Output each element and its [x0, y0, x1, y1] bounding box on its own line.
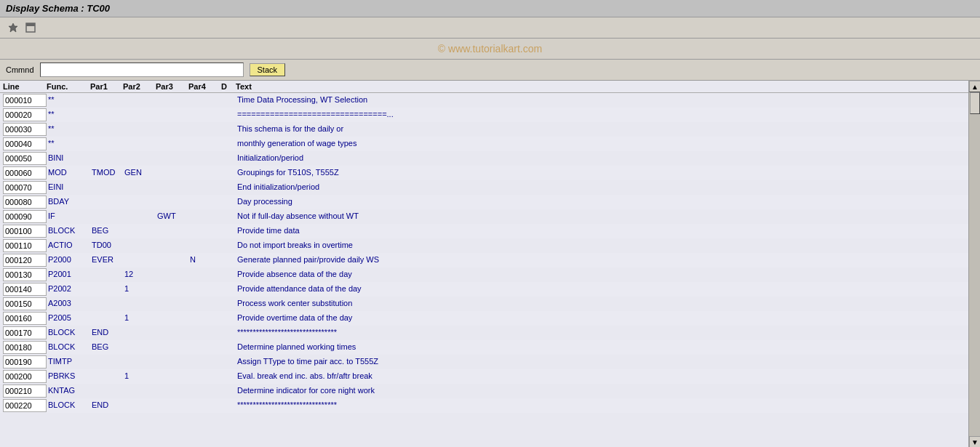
watermark-text: © www.tutorialkart.com [438, 43, 542, 55]
scroll-up-button[interactable]: ▲ [969, 81, 980, 92]
cell-par3 [156, 370, 188, 383]
cell-func: ** [47, 94, 90, 107]
cell-line: 000090 [3, 210, 47, 223]
cell-par1: END [90, 399, 123, 412]
svg-marker-0 [9, 23, 17, 32]
cell-func: BLOCK [47, 225, 90, 238]
cell-d [221, 166, 236, 180]
table-row[interactable]: 000160 P2005 1 Provide overtime data of … [0, 311, 968, 326]
cell-par1 [90, 384, 123, 398]
header-par3: Par3 [156, 82, 188, 91]
cell-text: End initialization/period [236, 181, 965, 194]
cell-func: ** [47, 108, 90, 121]
cell-text: monthly generation of wage types [236, 137, 965, 150]
table-row[interactable]: 000200 PBRKS 1 Eval. break end inc. abs.… [0, 369, 968, 384]
cell-d [221, 399, 236, 412]
cell-d [221, 123, 236, 136]
scrollbar-track[interactable] [969, 92, 980, 436]
table-row[interactable]: 000090 IF GWT Not if full-day absence wi… [0, 209, 968, 224]
scroll-down-button[interactable]: ▼ [969, 436, 980, 447]
window-icon[interactable] [23, 20, 38, 35]
cell-par1 [90, 181, 123, 194]
cell-d [221, 239, 236, 252]
table-row[interactable]: 000140 P2002 1 Provide attendance data o… [0, 282, 968, 297]
cell-par2 [123, 384, 156, 398]
cell-par2 [123, 181, 156, 194]
cell-par4 [188, 384, 221, 398]
table-row[interactable]: 000180 BLOCK BEG Determine planned worki… [0, 340, 968, 355]
main-content: Line Func. Par1 Par2 Par3 Par4 D Text 00… [0, 81, 980, 447]
cell-text: Initialization/period [236, 152, 965, 165]
table-row[interactable]: 000110 ACTIO TD00 Do not import breaks i… [0, 238, 968, 253]
cell-line: 000120 [3, 254, 47, 267]
table-row[interactable]: 000060 MOD TMOD GEN Groupings for T510S,… [0, 166, 968, 180]
table-row[interactable]: 000150 A2003 Process work center substit… [0, 297, 968, 311]
cell-par3 [156, 225, 188, 238]
cell-func: P2001 [47, 268, 90, 281]
table-row[interactable]: 000120 P2000 EVER N Generate planned pai… [0, 253, 968, 267]
cell-text: Eval. break end inc. abs. bfr/aftr break [236, 370, 965, 383]
stack-button[interactable]: Stack [250, 63, 286, 76]
cell-par1: END [90, 326, 123, 339]
table-row[interactable]: 000220 BLOCK END ***********************… [0, 398, 968, 413]
cell-d [221, 370, 236, 383]
cell-line: 000210 [3, 384, 47, 398]
command-label: Cmmnd [6, 65, 34, 74]
scrollbar-thumb[interactable] [970, 92, 980, 114]
table-row[interactable]: 000130 P2001 12 Provide absence data of … [0, 267, 968, 282]
table-row[interactable]: 000010 ** Time Data Processing, WT Selec… [0, 93, 968, 108]
cell-par4 [188, 283, 221, 296]
header-text: Text [236, 82, 965, 91]
cell-par3 [156, 94, 188, 107]
cell-par3 [156, 196, 188, 209]
cell-par2: GEN [123, 166, 156, 180]
cell-line: 000220 [3, 399, 47, 412]
cell-par2 [123, 341, 156, 354]
table-row[interactable]: 000170 BLOCK END ***********************… [0, 326, 968, 340]
header-line: Line [3, 82, 47, 91]
cell-line: 000180 [3, 341, 47, 354]
table-row[interactable]: 000020 ** ==============================… [0, 108, 968, 122]
header-d: D [221, 82, 236, 91]
cell-d [221, 254, 236, 267]
cell-par3 [156, 254, 188, 267]
cell-text: Provide overtime data of the day [236, 312, 965, 325]
cell-par4 [188, 326, 221, 339]
cell-par2 [123, 225, 156, 238]
cell-par2 [123, 152, 156, 165]
cell-text: Provide attendance data of the day [236, 283, 965, 296]
right-scrollbar[interactable]: ▲ ▼ [968, 81, 980, 447]
table-row[interactable]: 000030 ** This schema is for the daily o… [0, 122, 968, 137]
command-input[interactable] [40, 63, 244, 77]
table-row[interactable]: 000040 ** monthly generation of wage typ… [0, 137, 968, 151]
cell-text: Generate planned pair/provide daily WS [236, 254, 965, 267]
table-row[interactable]: 000100 BLOCK BEG Provide time data [0, 224, 968, 238]
cell-line: 000020 [3, 108, 47, 121]
table-row[interactable]: 000210 KNTAG Determine indicator for cor… [0, 384, 968, 398]
cell-line: 000050 [3, 152, 47, 165]
cell-par1 [90, 283, 123, 296]
cell-func: P2000 [47, 254, 90, 267]
cell-par3 [156, 166, 188, 180]
cell-text: ******************************** [236, 399, 965, 412]
cell-func: EINI [47, 181, 90, 194]
cell-par4 [188, 94, 221, 107]
cell-par4 [188, 355, 221, 369]
header-par2: Par2 [123, 82, 156, 91]
cell-par3 [156, 341, 188, 354]
table-row[interactable]: 000070 EINI End initialization/period [0, 180, 968, 195]
table-row[interactable]: 000050 BINI Initialization/period [0, 151, 968, 166]
cell-par3 [156, 399, 188, 412]
cell-func: BDAY [47, 196, 90, 209]
pin-icon[interactable] [6, 20, 20, 35]
header-func: Func. [47, 82, 90, 91]
cell-par2 [123, 123, 156, 136]
cell-line: 000140 [3, 283, 47, 296]
cell-par3 [156, 384, 188, 398]
cell-par3 [156, 123, 188, 136]
cell-d [221, 283, 236, 296]
cell-line: 000040 [3, 137, 47, 150]
table-row[interactable]: 000190 TIMTP Assign TType to time pair a… [0, 355, 968, 369]
table-row[interactable]: 000080 BDAY Day processing [0, 195, 968, 209]
cell-par2 [123, 94, 156, 107]
